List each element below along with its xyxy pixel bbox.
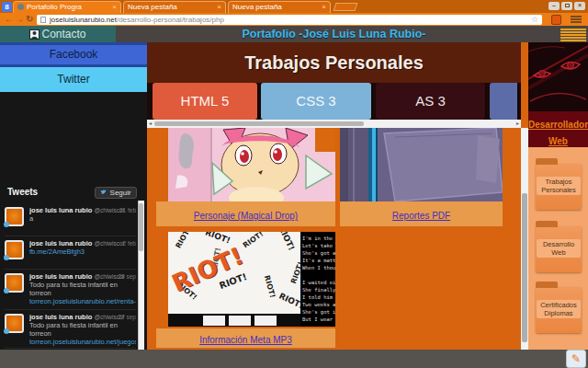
follow-label: Seguir bbox=[110, 189, 131, 197]
tweet-author[interactable]: jose luis luna rubio bbox=[29, 272, 92, 281]
tab-close-icon[interactable]: × bbox=[322, 2, 326, 12]
twitter-widget: Tweets Seguir 21 feb jose luis luna rubi… bbox=[0, 92, 147, 350]
edit-pencil-icon[interactable]: ✎ bbox=[566, 350, 586, 368]
project-caption[interactable]: Personaje (Magical Drop) bbox=[156, 201, 335, 226]
folder-label: Certificados Diplomas bbox=[537, 300, 581, 318]
tweet-author[interactable]: jose luis luna rubio bbox=[29, 313, 92, 321]
tab-css3[interactable]: CSS 3 bbox=[261, 83, 371, 120]
project-thumbnail-magical-drop[interactable] bbox=[168, 128, 335, 201]
mp3-metadata-panel: I'm in the Let's take She's got a It's a… bbox=[300, 232, 335, 327]
tab-close-icon[interactable]: × bbox=[217, 2, 221, 12]
player-controls bbox=[168, 314, 300, 327]
tweet-item[interactable]: 27 sep jose luis luna rubio @chiwiscor T… bbox=[5, 313, 136, 346]
url-path: /desarrollo-personal/trabajos/php bbox=[117, 16, 224, 24]
tab-as3[interactable]: AS 3 bbox=[376, 83, 485, 120]
folder-certificados-diplomas[interactable]: Certificados Diplomas bbox=[536, 287, 582, 333]
folder-label: Desarrollo Web bbox=[537, 239, 581, 258]
twitter-bird-icon bbox=[4, 328, 9, 334]
tweet-text: Todo para tu fiesta infantil en torreon bbox=[29, 321, 118, 338]
avatar[interactable] bbox=[5, 314, 24, 333]
divider bbox=[5, 236, 136, 236]
new-tab-button[interactable] bbox=[334, 3, 358, 11]
contact-card-icon bbox=[29, 29, 40, 40]
riot-title: RIOT! bbox=[168, 242, 247, 298]
tab-title: Nueva pestaña bbox=[128, 3, 177, 11]
back-button[interactable]: ← bbox=[5, 13, 14, 26]
follow-button[interactable]: Seguir bbox=[95, 187, 137, 199]
window-close-button[interactable]: × bbox=[574, 2, 585, 10]
riot-album-art: RIOT! RIOT! RIOT! RIOT! RIOT! RIOT! RIOT… bbox=[168, 232, 300, 327]
twitter-bird-icon bbox=[4, 255, 9, 260]
twitter-bird-icon bbox=[4, 222, 9, 227]
divider bbox=[5, 269, 136, 270]
browser-menu-icon[interactable] bbox=[571, 16, 582, 24]
tab-title: Portafolio Progra bbox=[27, 3, 82, 11]
tweet-author[interactable]: jose luis luna rubio bbox=[29, 206, 92, 214]
tweet-item[interactable]: 28 sep jose luis luna rubio @chiwiscor T… bbox=[5, 272, 136, 305]
tweet-time: 27 sep bbox=[118, 314, 136, 320]
tab-title: Nueva pestaña bbox=[232, 3, 282, 11]
page-title: Portafolio -José Luis Luna Rubio- bbox=[147, 26, 521, 42]
tab-close-icon[interactable]: × bbox=[112, 2, 117, 12]
bookmark-star-icon[interactable]: ☆ bbox=[531, 14, 538, 26]
browser-tab-active[interactable]: Portafolio Progra× bbox=[13, 1, 121, 13]
tweets-header: Tweets bbox=[7, 187, 38, 197]
tweets-scrollbar-thumb[interactable] bbox=[139, 203, 143, 251]
window-restore-button[interactable] bbox=[561, 2, 572, 10]
project-caption[interactable]: Reportes PDF bbox=[340, 201, 503, 226]
contacto-button[interactable]: Contacto bbox=[0, 26, 116, 42]
tweet-item[interactable]: 2 feb jose luis luna rubio @chiwiscor fb… bbox=[5, 239, 136, 256]
page-icon bbox=[40, 17, 46, 23]
tweet-time: 2 feb bbox=[123, 240, 136, 247]
horizontal-scrollbar-thumb[interactable] bbox=[154, 121, 364, 126]
vertical-scrollbar-thumb[interactable] bbox=[522, 193, 527, 342]
project-thumbnail-meta-mp3[interactable]: RIOT! RIOT! RIOT! RIOT! RIOT! RIOT! RIOT… bbox=[168, 232, 335, 327]
browser-tab[interactable]: Nueva pestaña× bbox=[228, 1, 331, 13]
browser-window: 8 Portafolio Progra× Nueva pestaña× Nuev… bbox=[0, 0, 588, 368]
contacto-label: Contacto bbox=[41, 28, 85, 40]
extension-icon[interactable] bbox=[551, 15, 561, 25]
profile-image bbox=[528, 42, 588, 111]
tweet-item[interactable]: 21 feb jose luis luna rubio @chiwiscor a bbox=[5, 206, 136, 223]
project-link[interactable]: Reportes PDF bbox=[392, 211, 450, 221]
project-thumbnail-reportes-pdf[interactable] bbox=[340, 128, 503, 201]
divider bbox=[5, 348, 136, 349]
project-link[interactable]: Personaje (Magical Drop) bbox=[194, 211, 298, 221]
twitter-bird-icon bbox=[4, 288, 9, 293]
project-link[interactable]: Información Meta MP3 bbox=[199, 335, 292, 345]
tab-partial[interactable] bbox=[490, 83, 517, 120]
facebook-button[interactable]: Facebook bbox=[0, 45, 147, 64]
profile-badge[interactable]: 8 bbox=[2, 2, 12, 12]
folder-trabajos-personales[interactable]: Trabajos Personales bbox=[536, 164, 582, 210]
tweet-link[interactable]: torreon.joseluislunarubio.net/juegos-par… bbox=[29, 338, 136, 346]
url-bar[interactable]: joseluislunarubio.net/desarrollo-persona… bbox=[37, 15, 542, 25]
twitter-bird-icon bbox=[100, 189, 107, 196]
window-minimize-button[interactable]: – bbox=[548, 2, 560, 10]
tweet-author[interactable]: jose luis luna rubio bbox=[29, 239, 92, 247]
twitter-button[interactable]: Twitter bbox=[0, 67, 147, 92]
folder-desarrollo-web[interactable]: Desarrollo Web bbox=[536, 226, 582, 272]
browser-tabstrip: 8 Portafolio Progra× Nueva pestaña× Nuev… bbox=[0, 0, 588, 13]
tweet-link[interactable]: torreon.joseluislunarubio.net/renta-de-r… bbox=[29, 297, 136, 305]
tweet-text: Todo para tu fiesta infantil en torreon bbox=[29, 281, 118, 297]
tweet-link[interactable]: fb.me/2AmeBfgh3 bbox=[29, 247, 136, 256]
tab-html5[interactable]: HTML 5 bbox=[153, 83, 257, 120]
avatar[interactable] bbox=[5, 240, 24, 259]
scroll-right-icon[interactable]: ▸ bbox=[516, 120, 519, 128]
tweet-time: 28 sep bbox=[118, 273, 136, 280]
url-domain: joseluislunarubio.net bbox=[50, 16, 117, 24]
developer-link[interactable]: Desarrollador Web bbox=[528, 111, 588, 147]
forward-button[interactable]: → bbox=[15, 13, 24, 26]
tweet-handle[interactable]: @chiwiscor bbox=[94, 240, 124, 247]
avatar[interactable] bbox=[5, 273, 24, 293]
avatar[interactable] bbox=[5, 207, 24, 226]
scroll-left-icon[interactable]: ◂ bbox=[149, 120, 152, 128]
bottom-bar bbox=[0, 350, 588, 368]
project-caption[interactable]: Información Meta MP3 bbox=[156, 328, 335, 348]
reload-button[interactable]: ↻ bbox=[26, 13, 33, 26]
folder-label: Trabajos Personales bbox=[537, 177, 581, 195]
section-title: Trabajos Personales bbox=[147, 42, 521, 83]
sidebar-folders: Trabajos Personales Desarrollo Web Certi… bbox=[528, 147, 588, 350]
tweet-time: 21 feb bbox=[119, 207, 136, 213]
browser-tab[interactable]: Nueva pestaña× bbox=[123, 1, 226, 13]
